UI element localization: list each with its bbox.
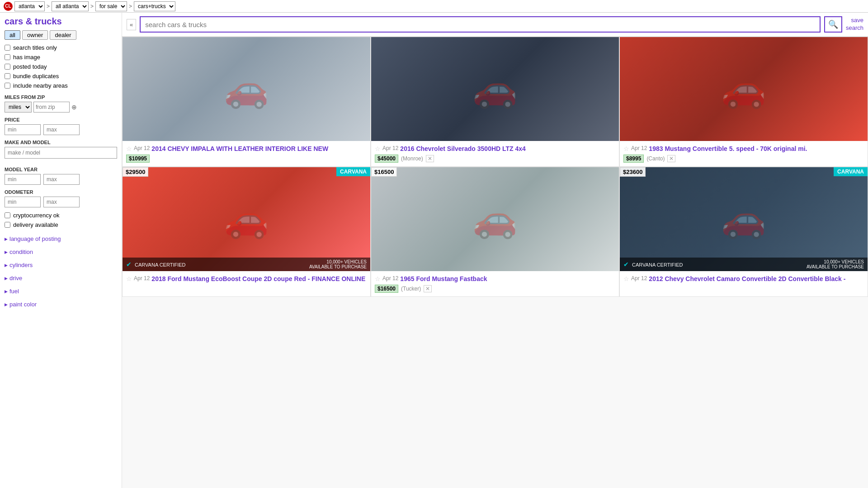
listing-title: 1965 Ford Mustang Fastback: [400, 275, 487, 283]
year-min-input[interactable]: [5, 174, 41, 185]
miles-select[interactable]: miles: [5, 102, 32, 113]
expand-cylinders[interactable]: cylinders: [5, 262, 117, 268]
listing-card[interactable]: 🚗 ☆ Apr 12 2016 Chevrolet Silverado 3500…: [371, 37, 619, 167]
carvana-certified: ✔ CARVANA CERTIFIED 10,000+ VEHICLESAVAI…: [123, 258, 370, 271]
year-row: [5, 174, 117, 185]
expand-paint-color[interactable]: paint color: [5, 301, 117, 308]
listing-date: Apr 12: [134, 275, 150, 282]
listing-card[interactable]: 🚗 ☆ Apr 12 2014 CHEVY IMPALA WITH LEATHE…: [122, 37, 371, 167]
expand-language[interactable]: language of posting: [5, 235, 117, 242]
listing-image: $16500 🚗: [371, 167, 619, 271]
listing-title-row: ☆ Apr 12 1983 Mustang Convertible 5. spe…: [623, 145, 864, 153]
filter-has-image[interactable]: has image: [5, 54, 117, 61]
tab-dealer[interactable]: dealer: [50, 30, 76, 40]
location-target-icon[interactable]: ⊕: [71, 103, 77, 111]
main-wrapper: cars & trucks all owner dealer search ti…: [0, 13, 868, 488]
price-max-input[interactable]: [43, 124, 80, 135]
checkbox-search-titles[interactable]: [5, 45, 10, 51]
expand-links: language of posting condition cylinders …: [5, 234, 117, 310]
checkbox-has-image[interactable]: [5, 54, 10, 60]
category1-select[interactable]: for sale: [95, 1, 127, 11]
star-icon[interactable]: ☆: [623, 145, 629, 152]
checkbox-bundle-duplicates[interactable]: [5, 73, 10, 79]
star-icon[interactable]: ☆: [375, 145, 381, 152]
listing-date: Apr 12: [134, 145, 150, 151]
star-icon[interactable]: ☆: [126, 145, 132, 152]
checkbox-crypto[interactable]: [5, 212, 10, 218]
remove-icon[interactable]: ✕: [424, 285, 432, 292]
listing-image: 🚗: [123, 37, 370, 141]
search-bar-area: « 🔍 savesearch: [122, 13, 868, 37]
filter-delivery[interactable]: delivery available: [5, 221, 117, 228]
price-label: PRICE: [5, 117, 117, 122]
odo-min-input[interactable]: [5, 197, 41, 207]
listing-card[interactable]: $16500 🚗 ☆ Apr 12 1965 Ford Mustang Fast…: [371, 167, 619, 297]
listings-grid: 🚗 ☆ Apr 12 2014 CHEVY IMPALA WITH LEATHE…: [122, 37, 868, 297]
filter-crypto[interactable]: cryptocurrency ok: [5, 212, 117, 219]
expand-condition[interactable]: condition: [5, 249, 117, 255]
car-silhouette: 🚗: [620, 167, 868, 271]
listing-title: 2018 Ford Mustang EcoBoost Coupe 2D coup…: [151, 275, 365, 283]
checkbox-delivery[interactable]: [5, 222, 10, 228]
remove-icon[interactable]: ✕: [667, 155, 675, 162]
make-model-input[interactable]: [5, 147, 117, 159]
filter-search-titles[interactable]: search titles only: [5, 44, 117, 51]
listing-info: ☆ Apr 12 2016 Chevrolet Silverado 3500HD…: [371, 141, 619, 166]
remove-icon[interactable]: ✕: [426, 155, 434, 162]
zip-input[interactable]: [33, 102, 70, 113]
listing-price: $16500: [375, 285, 398, 293]
tab-owner[interactable]: owner: [22, 30, 48, 40]
filter-bundle-duplicates[interactable]: bundle duplicates: [5, 73, 117, 80]
listing-image: $29500 CARVANA 🚗 ✔ CARVANA CERTIFIED 10,…: [123, 167, 370, 271]
filter-posted-today[interactable]: posted today: [5, 63, 117, 70]
listing-price: $8995: [623, 155, 644, 163]
top-nav: CL atlanta > all atlanta > for sale > ca…: [0, 0, 868, 13]
year-max-input[interactable]: [43, 174, 80, 185]
tab-all[interactable]: all: [5, 30, 20, 40]
save-search-button[interactable]: savesearch: [846, 17, 863, 32]
car-silhouette: 🚗: [620, 37, 868, 141]
nav-arrow-1: >: [47, 3, 50, 9]
listing-date: Apr 12: [631, 275, 647, 282]
odometer-label: ODOMETER: [5, 189, 117, 195]
listing-title-row: ☆ Apr 12 2012 Chevy Chevrolet Camaro Con…: [623, 275, 864, 283]
carvana-price-tag: $29500: [123, 167, 148, 177]
checkbox-include-nearby[interactable]: [5, 83, 10, 89]
category2-select[interactable]: cars+trucks: [134, 1, 175, 11]
listing-date: Apr 12: [631, 145, 647, 151]
area-select[interactable]: all atlanta: [52, 1, 89, 11]
content: « 🔍 savesearch 🚗 ☆ Apr 12 2014 CHEVY IMP…: [122, 13, 868, 488]
filter-include-nearby[interactable]: include nearby areas: [5, 82, 117, 89]
listing-price: $10995: [126, 155, 150, 163]
listing-info: ☆ Apr 12 2012 Chevy Chevrolet Camaro Con…: [620, 271, 868, 288]
listing-image: $23600 CARVANA 🚗 ✔ CARVANA CERTIFIED 10,…: [620, 167, 868, 271]
price-min-input[interactable]: [5, 124, 41, 135]
listing-card[interactable]: $29500 CARVANA 🚗 ✔ CARVANA CERTIFIED 10,…: [122, 167, 371, 297]
expand-drive[interactable]: drive: [5, 275, 117, 282]
search-button[interactable]: 🔍: [824, 16, 842, 33]
listing-title-row: ☆ Apr 12 2014 CHEVY IMPALA WITH LEATHER …: [126, 145, 367, 153]
listing-location: (Monroe): [401, 155, 423, 162]
star-icon[interactable]: ☆: [375, 275, 381, 282]
star-icon[interactable]: ☆: [126, 275, 132, 282]
listing-meta: $45000(Monroe)✕: [375, 155, 615, 163]
cl-logo: CL: [4, 2, 13, 11]
carvana-certified: ✔ CARVANA CERTIFIED 10,000+ VEHICLESAVAI…: [620, 258, 868, 271]
collapse-button[interactable]: «: [127, 19, 136, 30]
search-input[interactable]: [140, 16, 821, 33]
sidebar: cars & trucks all owner dealer search ti…: [0, 13, 122, 488]
price-row: [5, 124, 117, 135]
listing-card[interactable]: 🚗 ☆ Apr 12 1983 Mustang Convertible 5. s…: [619, 37, 868, 167]
car-silhouette: 🚗: [123, 167, 370, 271]
make-model-label: MAKE AND MODEL: [5, 140, 117, 145]
listing-card[interactable]: $23600 CARVANA 🚗 ✔ CARVANA CERTIFIED 10,…: [619, 167, 868, 297]
miles-from-zip-label: MILES FROM ZIP: [5, 94, 117, 100]
location-select[interactable]: atlanta: [14, 1, 45, 11]
listing-image: 🚗: [371, 37, 619, 141]
star-icon[interactable]: ☆: [623, 275, 629, 282]
expand-fuel[interactable]: fuel: [5, 288, 117, 295]
miles-row: miles ⊕: [5, 102, 117, 113]
extra-checkbox-group: cryptocurrency ok delivery available: [5, 212, 117, 228]
odo-max-input[interactable]: [43, 197, 80, 207]
checkbox-posted-today[interactable]: [5, 64, 10, 70]
